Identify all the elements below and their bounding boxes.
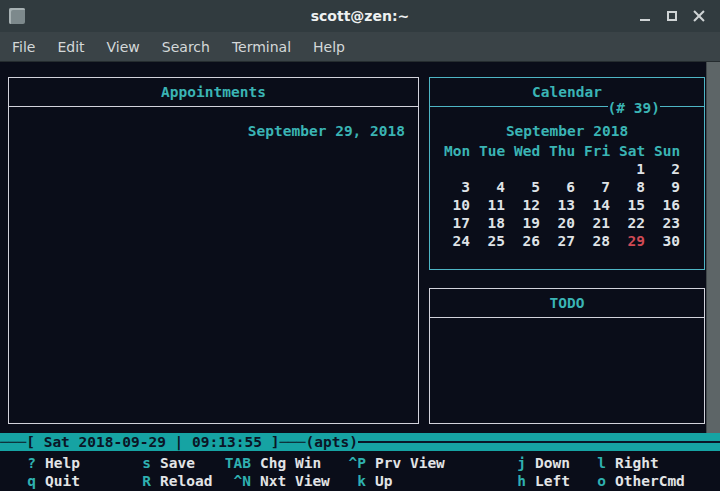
todo-panel-title: TODO xyxy=(430,289,704,318)
statusbar: ─── [ Sat 2018-09-29 | 09:13:55 ] ─── (a… xyxy=(0,433,720,451)
calendar-date: 16 xyxy=(654,196,689,214)
keybind-item: sSave xyxy=(115,454,215,472)
menu-file[interactable]: File xyxy=(4,36,43,58)
keybind-label: Up xyxy=(375,472,392,490)
menubar: File Edit View Search Terminal Help xyxy=(0,32,720,62)
calendar-date: 3 xyxy=(444,178,479,196)
calendar-date: 27 xyxy=(549,232,584,250)
terminal-content[interactable]: Appointments September 29, 2018 Calendar… xyxy=(0,62,720,491)
calendar-panel: Calendar (# 39) September 2018 MonTueWed… xyxy=(429,77,705,270)
keybind-item: TABChg Win xyxy=(215,454,330,472)
calendar-empty-cell xyxy=(549,160,584,178)
calendar-date: 4 xyxy=(479,178,514,196)
calendar-empty-cell xyxy=(444,160,479,178)
calendar-date: 20 xyxy=(549,214,584,232)
calendar-panel-title: Calendar xyxy=(430,78,704,107)
calendar-empty-cell xyxy=(584,160,619,178)
calendar-day-header: Thu xyxy=(549,142,584,160)
keybind-item: qQuit xyxy=(0,472,115,490)
calendar-date: 26 xyxy=(514,232,549,250)
calendar-date: 18 xyxy=(479,214,514,232)
window-title: scott@zen:~ xyxy=(0,0,720,32)
keybind-label: Chg Win xyxy=(260,454,321,472)
keybind-label: Right xyxy=(615,454,659,472)
keybind-key: j xyxy=(495,454,526,472)
minimize-button[interactable] xyxy=(631,0,658,32)
keybind-label: Save xyxy=(160,454,195,472)
keybind-label: Quit xyxy=(45,472,80,490)
calendar-empty-cell xyxy=(514,160,549,178)
statusbar-mid-dashes: ─── xyxy=(279,433,305,451)
calendar-date: 30 xyxy=(654,232,689,250)
calendar-day-header: Mon xyxy=(444,142,479,160)
calendar-date: 8 xyxy=(619,178,654,196)
todo-panel: TODO xyxy=(429,288,705,424)
appointments-panel-title: Appointments xyxy=(9,78,418,107)
menu-view[interactable]: View xyxy=(99,36,148,58)
calendar-empty-cell xyxy=(479,160,514,178)
window-controls xyxy=(631,0,712,32)
calendar-date: 14 xyxy=(584,196,619,214)
keybind-key: ^N xyxy=(215,472,251,490)
keybind-item: ^PPrv View xyxy=(330,454,495,472)
calendar-day-header: Sun xyxy=(654,142,689,160)
calendar-date: 1 xyxy=(619,160,654,178)
calendar-date: 25 xyxy=(479,232,514,250)
calendar-grid: MonTueWedThuFriSatSun1234567891011121314… xyxy=(444,142,689,250)
close-button[interactable] xyxy=(685,0,712,32)
menu-edit[interactable]: Edit xyxy=(49,36,92,58)
calendar-date: 5 xyxy=(514,178,549,196)
calendar-date-today: 29 xyxy=(619,232,654,250)
keybind-item: lRight xyxy=(570,454,720,472)
keybind-key: TAB xyxy=(215,454,251,472)
keybind-label: Reload xyxy=(160,472,212,490)
keybind-key: k xyxy=(330,472,366,490)
keybind-item: jDown xyxy=(495,454,570,472)
calendar-date: 28 xyxy=(584,232,619,250)
appointments-panel: Appointments September 29, 2018 xyxy=(8,77,419,424)
calendar-date: 19 xyxy=(514,214,549,232)
terminal-scrollbar[interactable] xyxy=(706,62,720,433)
calendar-day-header: Wed xyxy=(514,142,549,160)
maximize-icon xyxy=(667,11,677,21)
menu-terminal[interactable]: Terminal xyxy=(224,36,299,58)
calendar-date: 13 xyxy=(549,196,584,214)
calendar-day-header: Sat xyxy=(619,142,654,160)
appointments-date: September 29, 2018 xyxy=(248,122,405,140)
keybind-item: oOtherCmd xyxy=(570,472,720,490)
statusbar-left-dashes: ─── xyxy=(0,433,26,451)
keybind-key: ^P xyxy=(330,454,366,472)
keybind-item: ^NNxt View xyxy=(215,472,330,490)
statusbar-fill-line xyxy=(358,433,720,451)
keybind-row: ?HelpsSaveTABChg Win^PPrv ViewjDownlRigh… xyxy=(0,454,720,472)
keybind-label: Nxt View xyxy=(260,472,330,490)
maximize-button[interactable] xyxy=(658,0,685,32)
keybind-key: ? xyxy=(0,454,36,472)
keybind-label: Help xyxy=(45,454,80,472)
keybind-item: RReload xyxy=(115,472,215,490)
calendar-date: 11 xyxy=(479,196,514,214)
close-icon xyxy=(692,9,706,23)
keybind-row: qQuitRReload^NNxt ViewkUphLeftoOtherCmd xyxy=(0,472,720,490)
calendar-date: 15 xyxy=(619,196,654,214)
titlebar[interactable]: scott@zen:~ xyxy=(0,0,720,32)
keybind-label: OtherCmd xyxy=(615,472,685,490)
keybind-key: o xyxy=(570,472,606,490)
keybind-label: Down xyxy=(535,454,570,472)
statusbar-datetime: [ Sat 2018-09-29 | 09:13:55 ] xyxy=(26,433,279,451)
keybind-help: ?HelpsSaveTABChg Win^PPrv ViewjDownlRigh… xyxy=(0,454,720,490)
calendar-date: 10 xyxy=(444,196,479,214)
menu-search[interactable]: Search xyxy=(154,36,218,58)
calendar-day-header: Fri xyxy=(584,142,619,160)
calendar-date: 17 xyxy=(444,214,479,232)
calendar-date: 2 xyxy=(654,160,689,178)
keybind-key: R xyxy=(115,472,151,490)
keybind-item: ?Help xyxy=(0,454,115,472)
keybind-item: hLeft xyxy=(495,472,570,490)
minimize-icon xyxy=(640,19,650,21)
keybind-key: q xyxy=(0,472,36,490)
keybind-key: l xyxy=(570,454,606,472)
calendar-date: 9 xyxy=(654,178,689,196)
calendar-date: 22 xyxy=(619,214,654,232)
menu-help[interactable]: Help xyxy=(305,36,353,58)
